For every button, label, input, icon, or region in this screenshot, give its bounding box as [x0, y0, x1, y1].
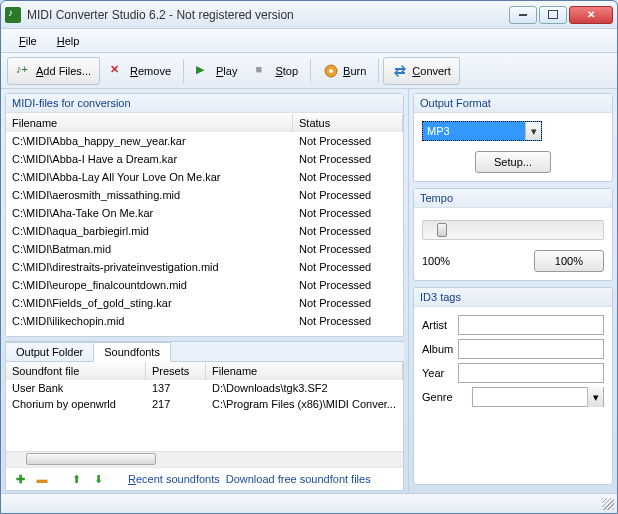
album-label: Album [422, 343, 458, 355]
artist-label: Artist [422, 319, 458, 331]
convert-icon [392, 63, 408, 79]
status-cell: Not Processed [293, 224, 403, 238]
year-input[interactable] [458, 363, 604, 383]
table-row[interactable]: Chorium by openwrld217C:\Program Files (… [6, 396, 403, 412]
burn-icon [323, 63, 339, 79]
filename-cell: C:\MIDI\Abba-I Have a Dream.kar [6, 152, 293, 166]
status-cell: Not Processed [293, 206, 403, 220]
add-icon: ♪+ [16, 63, 32, 79]
genre-combo[interactable]: ▾ [472, 387, 604, 407]
toolbar: ♪+ Add Files... ✕ Remove ▶ Play ■ Stop B… [1, 53, 617, 89]
burn-button[interactable]: Burn [315, 57, 374, 85]
status-cell: Not Processed [293, 152, 403, 166]
filename-cell: C:\MIDI\Aha-Take On Me.kar [6, 206, 293, 220]
sf-filename-cell: D:\Downloads\tgk3.SF2 [206, 380, 403, 396]
soundfont-list[interactable]: User Bank137D:\Downloads\tgk3.SF2Chorium… [6, 380, 403, 451]
status-cell: Not Processed [293, 242, 403, 256]
chevron-down-icon: ▾ [525, 122, 541, 140]
sf-up-button[interactable]: ⬆ [68, 472, 84, 486]
chevron-down-icon: ▾ [587, 387, 603, 407]
stop-button[interactable]: ■ Stop [247, 57, 306, 85]
col-filename[interactable]: Filename [6, 114, 293, 132]
filename-cell: C:\MIDI\europe_finalcountdown.mid [6, 278, 293, 292]
col-status[interactable]: Status [293, 114, 403, 132]
sf-col-presets[interactable]: Presets [146, 362, 206, 380]
genre-label: Genre [422, 391, 472, 403]
play-button[interactable]: ▶ Play [188, 57, 245, 85]
sf-name-cell: User Bank [6, 380, 146, 396]
table-row[interactable]: C:\MIDI\Abba-I Have a Dream.karNot Proce… [6, 150, 403, 168]
table-row[interactable]: C:\MIDI\direstraits-privateinvestigation… [6, 258, 403, 276]
stop-icon: ■ [255, 63, 271, 79]
output-format-title: Output Format [414, 94, 612, 113]
window-title: MIDI Converter Studio 6.2 - Not register… [27, 8, 509, 22]
table-row[interactable]: C:\MIDI\aerosmith_missathing.midNot Proc… [6, 186, 403, 204]
sf-presets-cell: 137 [146, 380, 206, 396]
convert-button[interactable]: Convert [383, 57, 460, 85]
sf-col-soundfont[interactable]: Soundfont file [6, 362, 146, 380]
table-row[interactable]: C:\MIDI\aqua_barbiegirl.midNot Processed [6, 222, 403, 240]
close-button[interactable] [569, 6, 613, 24]
maximize-button[interactable] [539, 6, 567, 24]
tempo-slider[interactable] [422, 220, 604, 240]
remove-icon: ✕ [110, 63, 126, 79]
artist-input[interactable] [458, 315, 604, 335]
status-cell: Not Processed [293, 134, 403, 148]
setup-button[interactable]: Setup... [475, 151, 551, 173]
tab-soundfonts[interactable]: Soundfonts [93, 342, 171, 362]
sf-down-button[interactable]: ⬇ [90, 472, 106, 486]
slider-thumb[interactable] [437, 223, 447, 237]
sf-remove-button[interactable]: ▬ [34, 472, 50, 486]
year-label: Year [422, 367, 458, 379]
play-icon: ▶ [196, 63, 212, 79]
menu-file[interactable]: File [11, 32, 45, 50]
table-row[interactable]: C:\MIDI\Abba-Lay All Your Love On Me.kar… [6, 168, 403, 186]
filename-cell: C:\MIDI\aerosmith_missathing.mid [6, 188, 293, 202]
recent-soundfonts-link[interactable]: Recent soundfonts [128, 473, 220, 485]
album-input[interactable] [458, 339, 604, 359]
filename-cell: C:\MIDI\Fields_of_gold_sting.kar [6, 296, 293, 310]
midi-file-list[interactable]: C:\MIDI\Abba_happy_new_year.karNot Proce… [6, 132, 403, 336]
status-cell: Not Processed [293, 296, 403, 310]
table-row[interactable]: C:\MIDI\Fields_of_gold_sting.karNot Proc… [6, 294, 403, 312]
titlebar: MIDI Converter Studio 6.2 - Not register… [1, 1, 617, 29]
table-row[interactable]: C:\MIDI\Batman.midNot Processed [6, 240, 403, 258]
filename-cell: C:\MIDI\aqua_barbiegirl.mid [6, 224, 293, 238]
tempo-title: Tempo [414, 189, 612, 208]
tempo-reset-button[interactable]: 100% [534, 250, 604, 272]
menubar: File Help [1, 29, 617, 53]
status-cell: Not Processed [293, 314, 403, 328]
filename-cell: C:\MIDI\Abba_happy_new_year.kar [6, 134, 293, 148]
tempo-value: 100% [422, 255, 450, 267]
output-format-combo[interactable]: MP3 ▾ [422, 121, 542, 141]
table-row[interactable]: C:\MIDI\ilikechopin.midNot Processed [6, 312, 403, 330]
app-icon [5, 7, 21, 23]
id3-title: ID3 tags [414, 288, 612, 307]
sf-col-filename[interactable]: Filename [206, 362, 403, 380]
status-cell: Not Processed [293, 188, 403, 202]
filename-cell: C:\MIDI\direstraits-privateinvestigation… [6, 260, 293, 274]
filename-cell: C:\MIDI\ilikechopin.mid [6, 314, 293, 328]
soundfont-hscroll[interactable] [6, 451, 403, 467]
download-soundfonts-link[interactable]: Download free soundfont files [226, 473, 371, 485]
remove-button[interactable]: ✕ Remove [102, 57, 179, 85]
status-cell: Not Processed [293, 170, 403, 184]
resize-grip[interactable] [602, 498, 614, 510]
table-row[interactable]: C:\MIDI\europe_finalcountdown.midNot Pro… [6, 276, 403, 294]
sf-add-button[interactable]: ✚ [12, 472, 28, 486]
sf-name-cell: Chorium by openwrld [6, 396, 146, 412]
minimize-button[interactable] [509, 6, 537, 24]
menu-help[interactable]: Help [49, 32, 88, 50]
filename-cell: C:\MIDI\Abba-Lay All Your Love On Me.kar [6, 170, 293, 184]
svg-point-1 [329, 69, 333, 73]
add-files-button[interactable]: ♪+ Add Files... [7, 57, 100, 85]
tab-output-folder[interactable]: Output Folder [5, 342, 94, 362]
table-row[interactable]: User Bank137D:\Downloads\tgk3.SF2 [6, 380, 403, 396]
table-row[interactable]: C:\MIDI\Abba_happy_new_year.karNot Proce… [6, 132, 403, 150]
midi-list-title: MIDI-files for conversion [6, 94, 403, 113]
status-cell: Not Processed [293, 278, 403, 292]
filename-cell: C:\MIDI\Batman.mid [6, 242, 293, 256]
table-row[interactable]: C:\MIDI\Aha-Take On Me.karNot Processed [6, 204, 403, 222]
sf-presets-cell: 217 [146, 396, 206, 412]
status-cell: Not Processed [293, 260, 403, 274]
